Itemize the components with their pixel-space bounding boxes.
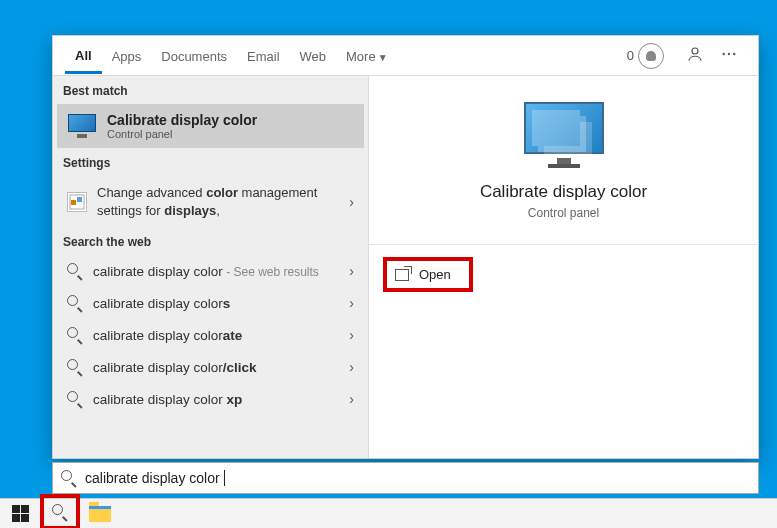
taskbar	[0, 498, 777, 528]
section-header-web: Search the web	[53, 227, 368, 255]
settings-result-item[interactable]: Change advanced color management setting…	[57, 176, 364, 227]
start-button[interactable]	[0, 499, 40, 529]
web-result-item[interactable]: calibrate display color xp ›	[57, 383, 364, 415]
file-explorer-button[interactable]	[80, 499, 120, 529]
chevron-right-icon[interactable]: ›	[349, 359, 354, 375]
search-icon	[61, 470, 77, 486]
search-results-panel: All Apps Documents Email Web More▼ 0 Bes…	[52, 35, 759, 459]
search-icon	[67, 391, 83, 407]
monitor-icon	[67, 114, 97, 138]
svg-point-3	[733, 52, 735, 54]
tab-documents[interactable]: Documents	[151, 39, 237, 72]
monitor-preview-icon	[524, 102, 604, 168]
preview-pane: Calibrate display color Control panel Op…	[369, 76, 758, 458]
web-result-item[interactable]: calibrate display colors ›	[57, 287, 364, 319]
color-management-icon	[67, 192, 87, 212]
tab-apps[interactable]: Apps	[102, 39, 152, 72]
results-left-column: Best match Calibrate display color Contr…	[53, 76, 369, 458]
svg-rect-6	[77, 197, 82, 202]
search-icon	[67, 263, 83, 279]
folder-icon	[89, 506, 111, 522]
web-result-text: calibrate display color/click	[93, 360, 257, 375]
web-result-item[interactable]: calibrate display color - See web result…	[57, 255, 364, 287]
web-result-text: calibrate display colorate	[93, 328, 242, 343]
chevron-right-icon[interactable]: ›	[349, 263, 354, 279]
rewards-count: 0	[627, 48, 634, 63]
search-icon	[67, 359, 83, 375]
divider	[369, 244, 758, 245]
section-header-best-match: Best match	[53, 76, 368, 104]
tab-email[interactable]: Email	[237, 39, 290, 72]
svg-point-1	[723, 52, 725, 54]
settings-result-text: Change advanced color management setting…	[97, 184, 354, 219]
windows-logo-icon	[12, 505, 29, 522]
rewards-medal-icon[interactable]	[638, 43, 664, 69]
web-result-text: calibrate display colors	[93, 296, 230, 311]
web-result-item[interactable]: calibrate display colorate ›	[57, 319, 364, 351]
tab-all[interactable]: All	[65, 38, 102, 74]
web-result-item[interactable]: calibrate display color/click ›	[57, 351, 364, 383]
svg-point-2	[728, 52, 730, 54]
search-icon	[52, 504, 68, 520]
search-input-value: calibrate display color	[85, 470, 220, 486]
open-label: Open	[419, 267, 451, 282]
preview-subtitle: Control panel	[369, 206, 758, 220]
chevron-right-icon[interactable]: ›	[349, 194, 354, 210]
filter-tabs-row: All Apps Documents Email Web More▼ 0	[53, 36, 758, 76]
search-input[interactable]: calibrate display color	[52, 462, 759, 494]
best-match-subtitle: Control panel	[107, 128, 257, 140]
account-icon[interactable]	[686, 45, 704, 67]
best-match-result[interactable]: Calibrate display color Control panel	[57, 104, 364, 148]
preview-title: Calibrate display color	[369, 182, 758, 202]
tab-web[interactable]: Web	[290, 39, 337, 72]
taskbar-search-button[interactable]	[40, 494, 80, 528]
web-result-text: calibrate display color - See web result…	[93, 264, 319, 279]
svg-rect-5	[71, 200, 76, 205]
open-icon	[395, 269, 409, 281]
section-header-settings: Settings	[53, 148, 368, 176]
chevron-right-icon[interactable]: ›	[349, 327, 354, 343]
more-options-icon[interactable]	[720, 45, 738, 67]
svg-point-0	[692, 48, 698, 54]
best-match-title: Calibrate display color	[107, 112, 257, 128]
web-result-text: calibrate display color xp	[93, 392, 242, 407]
search-icon	[67, 295, 83, 311]
tab-more[interactable]: More▼	[336, 39, 398, 72]
open-button[interactable]: Open	[383, 257, 473, 292]
search-icon	[67, 327, 83, 343]
chevron-right-icon[interactable]: ›	[349, 295, 354, 311]
chevron-right-icon[interactable]: ›	[349, 391, 354, 407]
